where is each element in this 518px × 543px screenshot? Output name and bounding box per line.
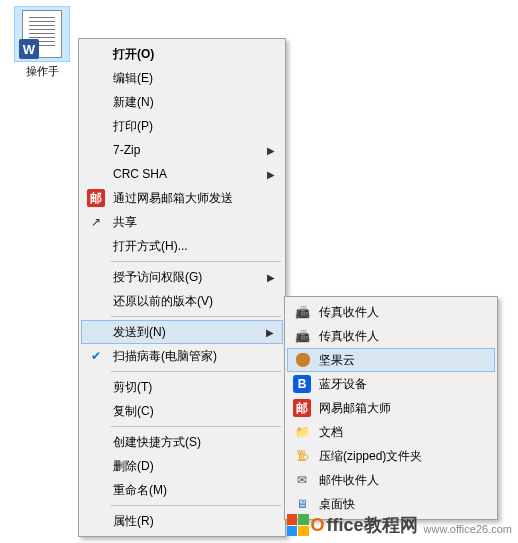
watermark-brand-o: O (311, 515, 325, 536)
menu-copy[interactable]: 复制(C) (81, 399, 283, 423)
zip-icon: 🗜 (293, 447, 311, 465)
menu-open[interactable]: 打开(O) (81, 42, 283, 66)
menu-create-shortcut[interactable]: 创建快捷方式(S) (81, 430, 283, 454)
menu-separator (111, 426, 281, 427)
word-doc-icon: W (22, 10, 62, 58)
bluetooth-icon: B (293, 375, 311, 393)
submenu-fax-1[interactable]: 📠传真收件人 (287, 300, 495, 324)
file-label: 操作手 (10, 64, 74, 79)
menu-rename[interactable]: 重命名(M) (81, 478, 283, 502)
menu-properties[interactable]: 属性(R) (81, 509, 283, 533)
menu-separator (111, 316, 281, 317)
submenu-fax-2[interactable]: 📠传真收件人 (287, 324, 495, 348)
menu-7zip[interactable]: 7-Zip▶ (81, 138, 283, 162)
context-menu: 打开(O) 编辑(E) 新建(N) 打印(P) 7-Zip▶ CRC SHA▶ … (78, 38, 286, 537)
word-badge: W (19, 39, 39, 59)
menu-separator (111, 505, 281, 506)
menu-delete[interactable]: 删除(D) (81, 454, 283, 478)
watermark: Office教程网 www.office26.com (287, 513, 512, 537)
mail-icon: 邮 (293, 399, 311, 417)
menu-new[interactable]: 新建(N) (81, 90, 283, 114)
submenu-zip[interactable]: 🗜压缩(zipped)文件夹 (287, 444, 495, 468)
desktop-file[interactable]: W 操作手 (10, 6, 74, 79)
submenu-netease[interactable]: 邮网易邮箱大师 (287, 396, 495, 420)
submenu-mail-recipient[interactable]: ✉邮件收件人 (287, 468, 495, 492)
menu-edit[interactable]: 编辑(E) (81, 66, 283, 90)
shield-icon: ✔ (87, 347, 105, 365)
menu-cut[interactable]: 剪切(T) (81, 375, 283, 399)
menu-separator (111, 371, 281, 372)
envelope-icon: ✉ (293, 471, 311, 489)
submenu-nutstore[interactable]: 坚果云 (287, 348, 495, 372)
nut-icon (294, 351, 312, 369)
mail-icon: 邮 (87, 189, 105, 207)
menu-open-with[interactable]: 打开方式(H)... (81, 234, 283, 258)
file-icon: W (14, 6, 70, 62)
desktop-icon: 🖥 (293, 495, 311, 513)
submenu-documents[interactable]: 📁文档 (287, 420, 495, 444)
fax-icon: 📠 (293, 327, 311, 345)
watermark-url: www.office26.com (424, 523, 512, 535)
chevron-right-icon: ▶ (267, 169, 275, 180)
chevron-right-icon: ▶ (266, 327, 274, 338)
folder-icon: 📁 (293, 423, 311, 441)
menu-send-to[interactable]: 发送到(N)▶ (81, 320, 283, 344)
submenu-bluetooth[interactable]: B蓝牙设备 (287, 372, 495, 396)
menu-crc-sha[interactable]: CRC SHA▶ (81, 162, 283, 186)
sendto-submenu: 📠传真收件人 📠传真收件人 坚果云 B蓝牙设备 邮网易邮箱大师 📁文档 🗜压缩(… (284, 296, 498, 520)
chevron-right-icon: ▶ (267, 145, 275, 156)
menu-scan-virus[interactable]: ✔扫描病毒(电脑管家) (81, 344, 283, 368)
share-icon (87, 213, 105, 231)
menu-print[interactable]: 打印(P) (81, 114, 283, 138)
menu-restore-versions[interactable]: 还原以前的版本(V) (81, 289, 283, 313)
fax-icon: 📠 (293, 303, 311, 321)
office-logo-icon (287, 514, 309, 536)
menu-separator (111, 261, 281, 262)
menu-netease-send[interactable]: 邮通过网易邮箱大师发送 (81, 186, 283, 210)
menu-share[interactable]: 共享 (81, 210, 283, 234)
watermark-brand-rest: ffice教程网 (327, 513, 418, 537)
chevron-right-icon: ▶ (267, 272, 275, 283)
menu-grant-access[interactable]: 授予访问权限(G)▶ (81, 265, 283, 289)
